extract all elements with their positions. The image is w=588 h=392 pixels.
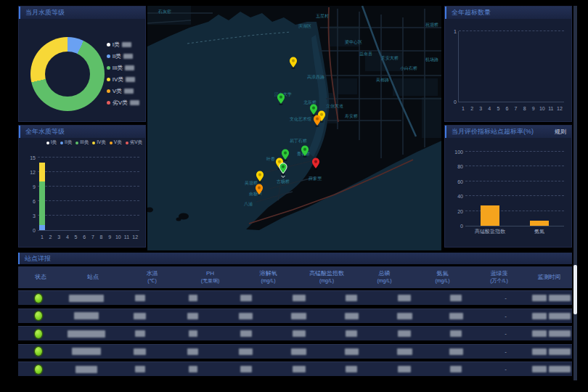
algae-value: - — [505, 330, 507, 337]
x-axis-tick-label: 3 — [479, 106, 482, 111]
value-redacted — [291, 313, 306, 319]
y-axis-tick-label: 100 — [451, 150, 463, 155]
y-axis-tick-label: 60 — [451, 179, 463, 184]
value-cell — [431, 295, 481, 301]
header-line2: (℃) — [147, 277, 157, 285]
time-redacted — [549, 295, 571, 301]
algae-cell: - — [481, 366, 530, 372]
legend-dot-icon — [107, 78, 110, 81]
gridline — [38, 186, 139, 187]
legend-item: IV类 — [92, 139, 106, 146]
table-row[interactable]: - — [18, 362, 572, 376]
page-scrollbar-track[interactable] — [573, 6, 577, 380]
x-axis-tick-label: 8 — [523, 106, 526, 111]
value-redacted — [187, 313, 198, 319]
table-body: ----- — [18, 290, 572, 376]
legend-item: III类 — [107, 62, 139, 73]
status-ok-icon — [35, 311, 42, 320]
header-line2: (mg/L) — [377, 277, 391, 285]
table-row[interactable]: - — [18, 290, 572, 305]
table-row[interactable]: - — [18, 344, 572, 359]
station-map[interactable]: 石灰窑五星村滨湖区祝塘桥梁中心区益南县天安大桥机场路小白石桥高浪西路吴都路江南大… — [147, 6, 441, 250]
stacked-bar-segment[interactable] — [39, 225, 45, 230]
value-cell — [431, 348, 481, 355]
status-cell — [18, 365, 59, 374]
x-axis-tick-label: 氨氮 — [534, 228, 544, 235]
panel-month-water-quality: 当月水质等级 I类II类III类IV类V类劣V类 — [18, 6, 146, 122]
gridline — [465, 181, 564, 181]
map-place-label: 益南县 — [359, 52, 372, 56]
map-place-label: 文化艺术馆 — [290, 116, 311, 122]
panel-year-exceed-count: 全年超标数量 01123456789101112 — [444, 6, 572, 122]
y-axis-tick-label: 40 — [451, 194, 463, 199]
map-place-label: 吴都路 — [376, 78, 389, 83]
x-axis-tick-label: 10 — [539, 106, 545, 111]
value-redacted — [345, 313, 359, 319]
header-line2: (mg/L) — [319, 277, 334, 285]
header-line1: 氨氮 — [437, 270, 449, 277]
x-axis-tick-label: 5 — [497, 106, 499, 111]
x-axis-tick-label: 7 — [91, 234, 94, 240]
value-cell — [113, 295, 167, 301]
y-axis-tick-label: 9 — [23, 184, 36, 189]
algae-cell: - — [481, 313, 530, 319]
header-line2: (万个/L) — [490, 277, 508, 285]
table-header-row: 状态站点水温(℃)PH(无量纲)溶解氧(mg/L)高锰酸盐指数(mg/L)总磷(… — [18, 266, 572, 288]
value-cell — [167, 366, 219, 372]
y-axis-tick-label: 0 — [23, 228, 36, 233]
table-header-cell: 高锰酸盐指数(mg/L) — [298, 270, 356, 285]
rules-link[interactable]: 规则 — [555, 126, 566, 138]
table-row[interactable]: - — [18, 309, 572, 323]
gridline — [459, 30, 564, 31]
header-line1: 监测时间 — [538, 274, 561, 281]
map-place-label: 机场路 — [425, 57, 438, 62]
map-canvas[interactable]: 石灰窑五星村滨湖区祝塘桥梁中心区益南县天安大桥机场路小白石桥高浪西路吴都路江南大… — [147, 6, 441, 250]
value-redacted — [134, 348, 146, 355]
table-header-cell: 总磷(mg/L) — [356, 270, 413, 285]
panel-title-month-rate: 当月评价指标站点超标率(%) — [452, 128, 534, 135]
value-redacted — [293, 330, 306, 337]
panel-title-month-quality: 当月水质等级 — [19, 7, 145, 19]
header-line1: 水温 — [147, 270, 158, 277]
value-redacted — [398, 295, 411, 301]
map-place-label: 立信大道 — [326, 103, 343, 109]
stacked-bar-segment[interactable] — [39, 163, 45, 182]
value-cell — [167, 313, 219, 319]
table-row[interactable]: - — [18, 326, 572, 340]
rate-bar[interactable] — [530, 221, 549, 226]
legend-dot-icon — [107, 54, 110, 58]
legend-value-redacted — [123, 54, 133, 59]
x-axis-tick-label: 8 — [100, 234, 103, 240]
table-header-cell: 监测时间 — [526, 274, 572, 281]
x-axis-tick-label: 5 — [75, 234, 78, 240]
value-redacted — [134, 313, 146, 319]
page-scrollbar-thumb[interactable] — [573, 265, 577, 314]
legend-label: III类 — [113, 64, 123, 72]
time-cell — [531, 295, 572, 301]
value-redacted — [240, 295, 252, 301]
legend-item: I类 — [107, 38, 139, 50]
value-cell — [273, 313, 326, 319]
panel-title-year-quality: 全年水质等级 — [19, 126, 145, 138]
month-rate-bar-chart[interactable]: 020406080100高锰酸盐指数氨氮 — [465, 152, 564, 226]
legend-label: 劣V类 — [113, 99, 128, 107]
y-axis-tick-label: 15 — [23, 155, 36, 160]
dashboard-root: { "panels": { "month_quality": { "title"… — [0, 0, 588, 392]
value-redacted — [189, 295, 197, 301]
date-redacted — [532, 366, 547, 372]
value-cell — [219, 366, 273, 372]
value-redacted — [346, 330, 357, 337]
station-name-redacted — [72, 348, 101, 355]
map-place-label: 天安大桥 — [381, 55, 399, 60]
year-quality-stacked-bar-chart[interactable]: 03691215123456789101112 — [38, 158, 139, 231]
year-exceed-chart[interactable]: 01123456789101112 — [458, 31, 564, 102]
x-axis-tick-label: 4 — [66, 234, 69, 240]
map-place-label: 小白石桥 — [400, 65, 417, 71]
value-redacted — [449, 348, 463, 355]
rate-bar[interactable] — [481, 205, 499, 226]
algae-cell: - — [481, 348, 530, 355]
stacked-bar-segment[interactable] — [39, 181, 45, 225]
status-ok-icon — [35, 294, 42, 303]
month-quality-donut-chart[interactable] — [30, 37, 105, 111]
x-axis-tick-label: 2 — [470, 106, 473, 111]
